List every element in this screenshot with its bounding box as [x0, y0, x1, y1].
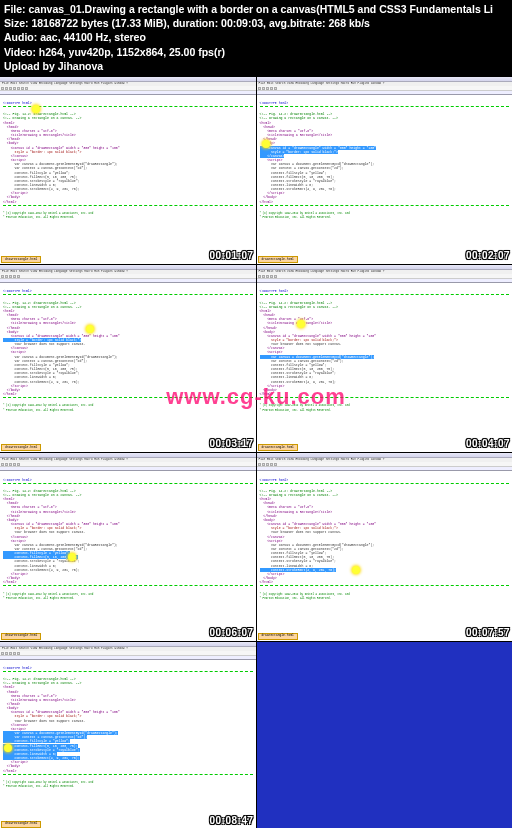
code-area[interactable]: <!DOCTYPE html> <!-- Fig. 14.2: drawrect…: [257, 283, 513, 418]
file-tab[interactable]: drawrectangle.html: [1, 256, 41, 263]
cursor-highlight-icon: [297, 320, 305, 328]
video-line: Video: h264, yuv420p, 1152x864, 25.00 fp…: [4, 45, 508, 59]
thumb-3: File Edit Search View Encoding Language …: [0, 265, 256, 452]
code-area[interactable]: <!DOCTYPE html> <!-- Fig. 14.2: drawrect…: [257, 471, 513, 606]
file-tab[interactable]: drawrectangle.html: [258, 256, 298, 263]
thumb-2: File Edit Search View Encoding Language …: [257, 77, 513, 264]
thumb-1: File Edit Search View Encoding Language …: [0, 77, 256, 264]
cursor-highlight-icon: [32, 105, 40, 113]
cursor-highlight-icon: [4, 744, 12, 752]
timestamp: 00:06:07: [209, 626, 253, 639]
timestamp: 00:03:17: [209, 437, 253, 450]
code-area[interactable]: <!DOCTYPE html> <!-- Fig. 14.2: drawrect…: [257, 95, 513, 226]
size-line: Size: 18168722 bytes (17.33 MiB), durati…: [4, 16, 508, 30]
thumb-6: File Edit Search View Encoding Language …: [257, 453, 513, 640]
thumb-8-empty: [257, 642, 513, 828]
file-tab[interactable]: drawrectangle.html: [258, 633, 298, 640]
media-info-header: File: canvas_01.Drawing a rectangle with…: [0, 0, 512, 77]
cursor-highlight-icon: [262, 140, 270, 148]
file-tab[interactable]: drawrectangle.html: [258, 444, 298, 451]
file-line: File: canvas_01.Drawing a rectangle with…: [4, 2, 508, 16]
thumb-5: File Edit Search View Encoding Language …: [0, 453, 256, 640]
thumbnail-grid: File Edit Search View Encoding Language …: [0, 77, 512, 828]
thumb-7: File Edit Search View Encoding Language …: [0, 642, 256, 828]
code-area[interactable]: <!DOCTYPE html> <!-- Fig. 14.2: drawrect…: [0, 283, 256, 418]
audio-line: Audio: aac, 44100 Hz, stereo: [4, 30, 508, 44]
code-area[interactable]: <!DOCTYPE html> <!-- Fig. 14.2: drawrect…: [0, 660, 256, 795]
file-tab[interactable]: drawrectangle.html: [1, 633, 41, 640]
timestamp: 00:02:07: [466, 249, 510, 262]
cursor-highlight-icon: [352, 566, 360, 574]
file-tab[interactable]: drawrectangle.html: [1, 444, 41, 451]
thumb-4: File Edit Search View Encoding Language …: [257, 265, 513, 452]
timestamp: 00:08:47: [209, 814, 253, 827]
timestamp: 00:04:07: [466, 437, 510, 450]
timestamp: 00:07:57: [466, 626, 510, 639]
upload-line: Upload by Jihanova: [4, 59, 508, 73]
file-tab[interactable]: drawrectangle.html: [1, 821, 41, 828]
code-area[interactable]: <!DOCTYPE html> <!-- Fig. 14.2: drawrect…: [0, 95, 256, 226]
code-area[interactable]: <!DOCTYPE html> <!-- Fig. 14.2: drawrect…: [0, 471, 256, 606]
timestamp: 00:01:07: [209, 249, 253, 262]
